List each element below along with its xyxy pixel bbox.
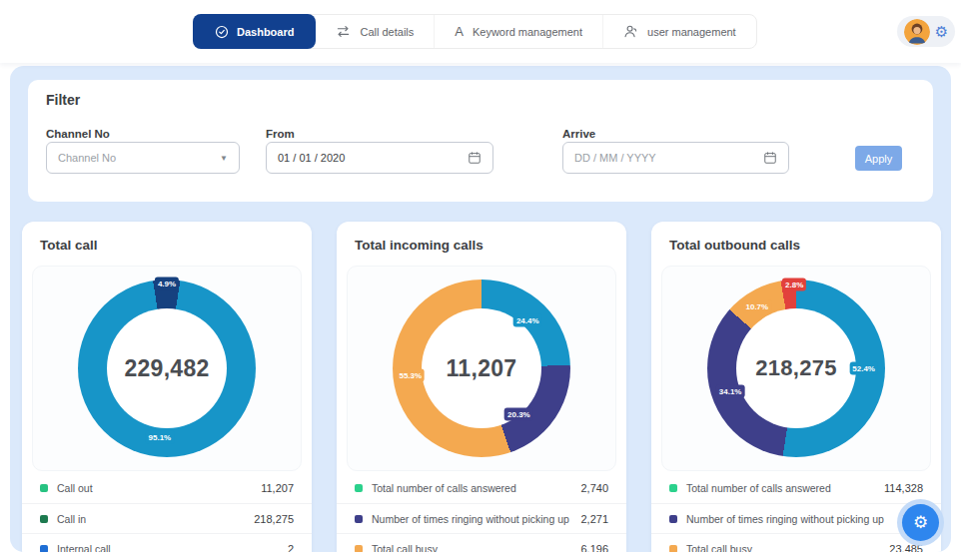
tab-user-management[interactable]: user management — [602, 15, 756, 48]
tab-call-details-label: Call details — [360, 26, 414, 38]
legend-label: Number of times ringing without picking … — [372, 513, 571, 525]
channel-no-select[interactable]: Channel No ▼ — [46, 142, 240, 174]
total-incoming-donut-chart: 11,207 24.4%20.3%55.3% — [393, 280, 570, 457]
legend-row[interactable]: Number of times ringing without picking … — [651, 503, 941, 533]
calendar-icon — [763, 151, 777, 165]
from-date-input[interactable]: 01 / 01 / 2020 — [266, 142, 493, 174]
legend-dot — [355, 515, 363, 523]
donut-percent-label: 24.4% — [513, 313, 542, 326]
legend: Total number of calls answered 114,328 N… — [651, 473, 941, 552]
legend-row[interactable]: Call out 11,207 — [22, 473, 312, 503]
chart-panel: 229,482 4.9%95.1% — [32, 266, 302, 471]
card-title: Total incoming calls — [355, 238, 483, 253]
legend-value: 2,271 — [580, 513, 608, 525]
channel-no-label: Channel No — [46, 128, 110, 140]
donut-percent-label: 34.1% — [716, 385, 745, 398]
total-outbound-donut-chart: 218,275 52.4%34.1%10.7%2.8% — [707, 280, 885, 457]
calendar-icon — [468, 151, 481, 165]
legend-dot — [40, 484, 48, 492]
dashboard-page: Dashboard Call details A Keyword managem… — [0, 0, 961, 560]
legend-dot — [669, 545, 677, 553]
legend-value: 2,740 — [580, 482, 608, 494]
legend-label: Number of times ringing without picking … — [686, 513, 893, 525]
legend-label: Total call busy — [686, 543, 880, 553]
donut-percent-label: 2.8% — [782, 279, 806, 291]
legend-dot — [355, 484, 363, 492]
tab-keyword-management-label: Keyword management — [473, 26, 582, 38]
dashboard-icon — [215, 25, 229, 39]
donut-percent-label: 4.9% — [155, 277, 179, 289]
legend-row[interactable]: Call in 218,275 — [22, 503, 312, 533]
arrive-label: Arrive — [562, 128, 595, 140]
total-incoming-calls-card: Total incoming calls 11,207 24.4%20.3%55… — [337, 222, 626, 552]
legend-row[interactable]: Number of times ringing without picking … — [337, 503, 626, 533]
legend-label: Call in — [57, 513, 245, 525]
chevron-down-icon: ▼ — [220, 154, 228, 163]
legend-dot — [40, 515, 48, 523]
legend-label: Call out — [57, 482, 252, 494]
from-date-value: 01 / 01 / 2020 — [278, 152, 345, 164]
donut-percent-label: 20.3% — [504, 408, 533, 421]
from-label: From — [266, 128, 295, 140]
channel-no-placeholder: Channel No — [58, 152, 116, 164]
content-panel: Filter Channel No Channel No ▼ From 01 /… — [10, 66, 951, 552]
chart-panel: 11,207 24.4%20.3%55.3% — [347, 266, 616, 471]
legend: Total number of calls answered 2,740 Num… — [337, 473, 626, 552]
tab-call-details[interactable]: Call details — [316, 15, 434, 48]
top-navbar: Dashboard Call details A Keyword managem… — [0, 0, 961, 63]
tab-user-management-label: user management — [647, 26, 736, 38]
tab-dashboard[interactable]: Dashboard — [193, 14, 316, 49]
keyword-icon: A — [455, 24, 464, 39]
transfer-arrows-icon — [336, 24, 351, 39]
total-call-donut-chart: 229,482 4.9%95.1% — [78, 280, 256, 457]
user-icon — [623, 24, 638, 39]
legend-label: Total number of calls answered — [372, 482, 571, 494]
legend-label: Internal call — [57, 543, 279, 553]
donut-percent-label: 52.4% — [849, 362, 878, 375]
legend-row[interactable]: Total call busy 6,196 — [337, 533, 626, 552]
gear-icon: ⚙ — [913, 514, 928, 531]
legend-value: 23,485 — [889, 543, 923, 553]
legend-row[interactable]: Internal call 2 — [22, 533, 312, 552]
floating-settings-button[interactable]: ⚙ — [902, 504, 939, 541]
donut-percent-label: 55.3% — [396, 369, 425, 382]
legend-dot — [355, 545, 363, 553]
arrive-date-input[interactable]: DD / MM / YYYY — [562, 142, 789, 174]
legend-value: 218,275 — [254, 513, 294, 525]
tab-dashboard-label: Dashboard — [237, 26, 294, 38]
card-title: Total outbound calls — [669, 238, 800, 253]
filter-card: Filter Channel No Channel No ▼ From 01 /… — [28, 80, 933, 202]
filter-title: Filter — [46, 92, 80, 108]
total-outbound-calls-card: Total outbound calls 218,275 52.4%34.1%1… — [651, 222, 941, 552]
legend-value: 11,207 — [261, 482, 294, 494]
donut-percent-label: 95.1% — [146, 431, 175, 444]
tab-keyword-management[interactable]: A Keyword management — [434, 15, 602, 48]
chart-panel: 218,275 52.4%34.1%10.7%2.8% — [661, 266, 931, 471]
legend-dot — [40, 545, 48, 553]
nav-tabs: Dashboard Call details A Keyword managem… — [193, 14, 757, 49]
legend-row[interactable]: Total number of calls answered 114,328 — [651, 473, 941, 503]
apply-button[interactable]: Apply — [855, 146, 902, 171]
legend-dot — [669, 484, 677, 492]
legend-value: 114,328 — [884, 482, 923, 494]
arrive-date-placeholder: DD / MM / YYYY — [574, 152, 656, 164]
legend: Call out 11,207 Call in 218,275 Internal… — [22, 473, 312, 552]
settings-gear-icon[interactable]: ⚙ — [935, 24, 948, 39]
card-title: Total call — [40, 238, 98, 253]
legend-dot — [669, 515, 677, 523]
legend-value: 6,196 — [580, 543, 608, 553]
total-call-card: Total call 229,482 4.9%95.1% Call out 11… — [22, 222, 312, 552]
user-controls: ⚙ — [897, 16, 955, 47]
donut-percent-label: 10.7% — [742, 299, 771, 312]
legend-label: Total number of calls answered — [686, 482, 875, 494]
legend-value: 2 — [288, 543, 294, 553]
user-avatar[interactable] — [904, 19, 930, 45]
legend-row[interactable]: Total call busy 23,485 — [651, 533, 941, 552]
legend-label: Total call busy — [372, 543, 571, 553]
legend-row[interactable]: Total number of calls answered 2,740 — [337, 473, 626, 503]
